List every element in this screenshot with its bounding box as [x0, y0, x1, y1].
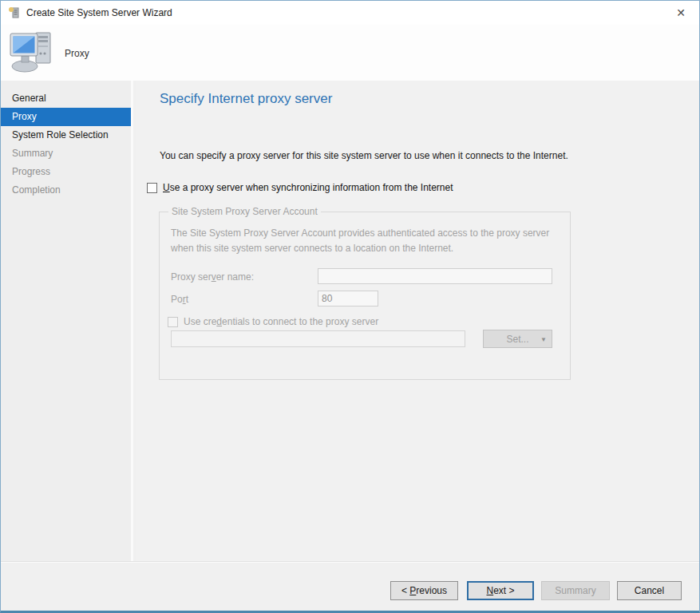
use-credentials-checkbox-row: Use credentials to connect to the proxy … [168, 316, 378, 327]
groupbox-legend: Site System Proxy Server Account [168, 206, 321, 217]
proxy-server-name-label: Proxy server name: [171, 271, 254, 283]
footer-bar: < Previous Next > Summary Cancel [1, 562, 699, 611]
use-proxy-label: Use a proxy server when synchronizing in… [163, 182, 453, 193]
previous-button[interactable]: < Previous [390, 581, 458, 600]
sidebar-item-general[interactable]: General [1, 89, 131, 108]
port-label: Port [171, 294, 188, 305]
use-credentials-label: Use credentials to connect to the proxy … [184, 316, 378, 327]
wizard-window: Create Site System Server Wizard ✕ Proxy [0, 0, 700, 613]
sidebar-item-summary: Summary [1, 144, 131, 163]
account-groupbox: Site System Proxy Server Account The Sit… [159, 212, 571, 380]
summary-button: Summary [541, 581, 610, 600]
banner-page-label: Proxy [65, 48, 89, 59]
use-proxy-checkbox-row: Use a proxy server when synchronizing in… [147, 182, 453, 193]
port-input [318, 291, 378, 306]
sidebar-item-system-role-selection[interactable]: System Role Selection [1, 126, 131, 144]
titlebar: Create Site System Server Wizard ✕ [1, 1, 699, 25]
proxy-server-name-input [318, 268, 552, 284]
banner: Proxy [1, 25, 699, 81]
account-input [171, 330, 465, 347]
sidebar-item-progress: Progress [1, 163, 131, 181]
sidebar-item-proxy[interactable]: Proxy [1, 108, 131, 126]
set-button: Set... ▼ [483, 330, 552, 348]
window-title: Create Site System Server Wizard [26, 7, 172, 18]
use-proxy-checkbox[interactable] [147, 183, 157, 193]
use-credentials-checkbox [168, 317, 178, 327]
cancel-button[interactable]: Cancel [617, 581, 682, 600]
sidebar-item-completion: Completion [1, 181, 131, 200]
close-icon: ✕ [676, 6, 686, 19]
wizard-icon [8, 6, 21, 19]
close-button[interactable]: ✕ [670, 3, 691, 22]
sidebar: General Proxy System Role Selection Summ… [1, 81, 133, 562]
groupbox-description: The Site System Proxy Server Account pro… [171, 226, 559, 255]
server-computer-icon [9, 30, 58, 74]
page-heading: Specify Internet proxy server [160, 91, 332, 107]
content-pane: Specify Internet proxy server You can sp… [136, 81, 699, 562]
intro-text: You can specify a proxy server for this … [160, 150, 568, 161]
set-button-label: Set... [506, 334, 528, 345]
dropdown-arrow-icon: ▼ [540, 336, 547, 343]
next-button[interactable]: Next > [467, 581, 534, 600]
